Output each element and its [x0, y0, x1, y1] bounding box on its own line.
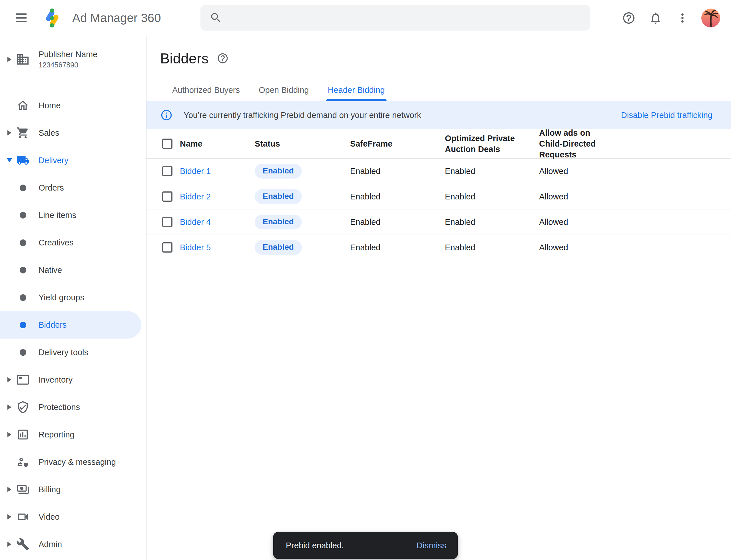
sidebar: Publisher Name 1234567890 Home Sales: [0, 36, 147, 560]
child-directed-value: Allowed: [539, 243, 568, 252]
status-badge: Enabled: [255, 189, 302, 204]
info-icon: [160, 109, 173, 121]
bullet-icon: [16, 263, 30, 277]
bullet-icon: [16, 345, 30, 359]
page-title: Bidders: [160, 50, 209, 67]
safeframe-value: Enabled: [350, 243, 380, 252]
bullet-icon: [16, 291, 30, 304]
bullet-icon: [16, 208, 30, 222]
column-header-safeframe: SafeFrame: [350, 138, 392, 149]
private-auction-value: Enabled: [445, 243, 475, 252]
expand-right-icon: [7, 405, 11, 410]
notifications-button[interactable]: [648, 10, 664, 26]
money-icon: [16, 483, 30, 496]
table-row: Bidder 2 Enabled Enabled Enabled Allowed: [147, 184, 731, 209]
home-icon: [16, 99, 30, 112]
safeframe-value: Enabled: [350, 167, 380, 176]
sidebar-item-orders[interactable]: Orders: [0, 174, 146, 201]
ad-manager-logo-icon: [41, 7, 63, 29]
status-badge: Enabled: [255, 240, 302, 255]
publisher-switcher[interactable]: Publisher Name 1234567890: [0, 36, 146, 83]
app-title: Ad Manager 360: [72, 11, 161, 25]
sidebar-item-admin[interactable]: Admin: [0, 531, 146, 558]
private-auction-value: Enabled: [445, 192, 475, 201]
row-checkbox[interactable]: [162, 191, 173, 202]
sidebar-item-reporting[interactable]: Reporting: [0, 421, 146, 448]
expand-right-icon: [7, 432, 11, 437]
status-badge: Enabled: [255, 215, 302, 229]
expand-right-icon: [7, 514, 11, 519]
private-auction-value: Enabled: [445, 167, 475, 176]
account-avatar[interactable]: [701, 9, 720, 27]
inventory-icon: [16, 373, 30, 387]
column-header-private-auction: Optimized Private Auction Deals: [445, 133, 517, 155]
more-vert-icon: [676, 11, 689, 25]
sidebar-item-native[interactable]: Native: [0, 256, 146, 284]
table-row: Bidder 5 Enabled Enabled Enabled Allowed: [147, 235, 731, 260]
tab-authorized-buyers[interactable]: Authorized Buyers: [172, 78, 240, 101]
sidebar-item-billing[interactable]: Billing: [0, 476, 146, 503]
bidder-link[interactable]: Bidder 2: [180, 192, 211, 201]
column-header-child-directed: Allow ads on Child-Directed Requests: [539, 127, 616, 160]
expand-right-icon: [7, 130, 11, 135]
expand-down-icon: [7, 158, 12, 162]
bullet-icon: [16, 181, 30, 195]
toast-message: Prebid enabled.: [286, 541, 344, 550]
video-camera-icon: [16, 510, 30, 524]
table-header-row: Name Status SafeFrame Optimized Private …: [147, 129, 731, 159]
tab-header-bidding[interactable]: Header Bidding: [328, 78, 385, 101]
sidebar-item-privacy-messaging[interactable]: Privacy & messaging: [0, 448, 146, 476]
bell-icon: [649, 11, 662, 25]
sidebar-item-creatives[interactable]: Creatives: [0, 229, 146, 256]
sidebar-item-line-items[interactable]: Line items: [0, 201, 146, 229]
more-options-button[interactable]: [674, 10, 690, 26]
column-header-status: Status: [255, 138, 280, 149]
sidebar-item-delivery[interactable]: Delivery: [0, 147, 146, 174]
page-help-button[interactable]: [217, 52, 229, 65]
sidebar-item-yield-groups[interactable]: Yield groups: [0, 284, 146, 311]
sidebar-item-delivery-tools[interactable]: Delivery tools: [0, 339, 146, 366]
help-icon: [217, 52, 229, 64]
menu-icon[interactable]: [16, 11, 29, 25]
safeframe-value: Enabled: [350, 217, 380, 227]
sidebar-item-inventory[interactable]: Inventory: [0, 366, 146, 393]
tab-open-bidding[interactable]: Open Bidding: [259, 78, 309, 101]
bidder-link[interactable]: Bidder 5: [180, 243, 211, 252]
palm-tree-silhouette: [701, 9, 720, 27]
search-input[interactable]: [222, 5, 590, 31]
truck-icon: [16, 153, 30, 167]
sidebar-item-video[interactable]: Video: [0, 503, 146, 531]
row-checkbox[interactable]: [162, 166, 173, 176]
expand-right-icon: [7, 487, 11, 492]
search-icon: [210, 11, 222, 24]
ad-manager-page: Ad Manager 360: [0, 0, 731, 560]
person-badge-icon: [16, 455, 30, 469]
help-icon: [622, 11, 636, 25]
dismiss-button[interactable]: Dismiss: [416, 541, 446, 550]
row-checkbox[interactable]: [162, 242, 173, 253]
bar-chart-icon: [16, 428, 30, 441]
safeframe-value: Enabled: [350, 192, 380, 201]
help-button[interactable]: [621, 10, 637, 26]
search-bar[interactable]: [201, 5, 590, 31]
select-all-checkbox[interactable]: [162, 139, 173, 149]
shield-check-icon: [16, 400, 30, 414]
sidebar-item-home[interactable]: Home: [0, 92, 146, 119]
bidder-link[interactable]: Bidder 1: [180, 167, 211, 176]
child-directed-value: Allowed: [539, 217, 568, 227]
column-header-name: Name: [180, 138, 203, 149]
private-auction-value: Enabled: [445, 217, 475, 227]
disable-prebid-trafficking-link[interactable]: Disable Prebid trafficking: [621, 111, 712, 120]
publisher-id: 1234567890: [39, 61, 97, 69]
topbar-actions: [621, 0, 720, 36]
bidder-link[interactable]: Bidder 4: [180, 217, 211, 227]
sidebar-item-sales[interactable]: Sales: [0, 119, 146, 147]
sidebar-item-protections[interactable]: Protections: [0, 393, 146, 421]
child-directed-value: Allowed: [539, 167, 568, 176]
sidebar-nav: Home Sales Delivery Orders: [0, 83, 146, 558]
row-checkbox[interactable]: [162, 217, 173, 227]
sidebar-item-bidders[interactable]: Bidders: [0, 311, 141, 339]
wrench-icon: [16, 537, 30, 551]
main-content: Bidders Authorized Buyers Open Bidding H…: [147, 36, 731, 560]
bullet-icon: [16, 236, 30, 249]
